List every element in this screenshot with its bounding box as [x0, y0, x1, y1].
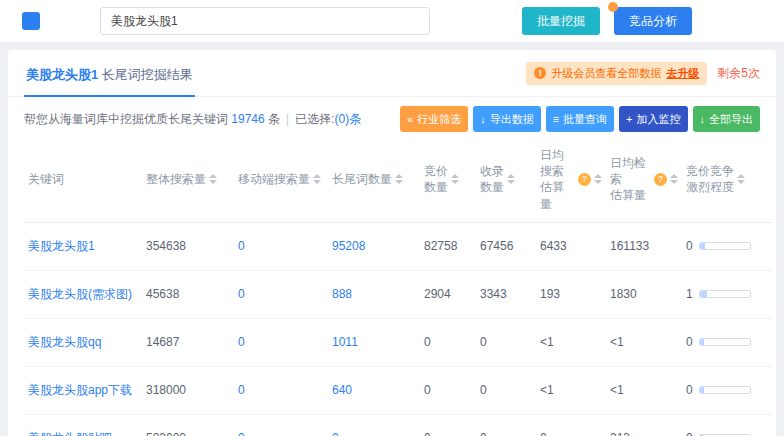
cell-compete: 0	[686, 239, 693, 253]
batch-query-button[interactable]: ≡ 批量查询	[546, 106, 614, 132]
summary-text: 帮您从海量词库中挖掘优质长尾关键词	[24, 112, 231, 126]
upgrade-link[interactable]: 去升级	[666, 66, 699, 81]
cell-mobile[interactable]: 0	[238, 431, 245, 436]
sort-icon[interactable]	[737, 174, 745, 184]
table-header-row: 关键词整体搜索量移动端搜索量长尾词数量竞价数量收录数量日均搜索估算量?日均检索估…	[24, 141, 772, 222]
competition-bar	[699, 242, 751, 250]
column-header: 关键词	[24, 141, 142, 222]
cell-overall: 14687	[146, 335, 179, 349]
table-row: 美股龙头股qq146870101100<1<10	[24, 318, 772, 366]
sort-icon[interactable]	[313, 174, 321, 184]
add-monitor-label: 加入监控	[637, 112, 681, 127]
sort-icon[interactable]	[395, 174, 403, 184]
help-icon[interactable]: ?	[578, 173, 591, 186]
cell-bid: 0	[424, 383, 431, 397]
cell-daily_search: <1	[540, 335, 554, 349]
cell-compete: 0	[686, 335, 693, 349]
cell-mobile[interactable]: 0	[238, 335, 245, 349]
cell-daily_retrieve: 313	[610, 431, 630, 436]
filter-icon: «	[407, 114, 413, 125]
cell-index: 0	[480, 383, 487, 397]
remaining-quota-text: 剩余5次	[717, 65, 760, 82]
cell-compete: 1	[686, 287, 693, 301]
cell-index: 0	[480, 431, 487, 436]
promo-area: ! 升级会员查看全部数据 去升级 剩余5次	[526, 62, 760, 93]
column-header[interactable]: 收录数量	[476, 141, 536, 222]
alert-icon: !	[534, 67, 546, 79]
help-icon[interactable]: ?	[654, 173, 667, 186]
selected-label: 已选择:	[295, 112, 334, 126]
cell-daily_search: 193	[540, 287, 560, 301]
sort-icon[interactable]	[594, 174, 602, 184]
tab-label: 长尾词挖掘结果	[98, 67, 193, 82]
export-data-button[interactable]: ↓ 导出数据	[473, 106, 541, 132]
cell-longtail[interactable]: 1011	[332, 335, 358, 349]
selected-count[interactable]: (0)条	[335, 112, 362, 126]
cell-mobile[interactable]: 0	[238, 239, 245, 253]
industry-filter-button[interactable]: « 行业筛选	[400, 106, 468, 132]
compare-button-wrap: 竞品分析	[614, 7, 692, 35]
cell-longtail[interactable]: 0	[332, 431, 339, 436]
sort-icon[interactable]	[451, 174, 459, 184]
export-data-label: 导出数据	[490, 112, 534, 127]
keyword-link[interactable]: 美股龙头股(需求图)	[28, 287, 132, 301]
cell-bid: 0	[424, 431, 431, 436]
result-count[interactable]: 19746	[231, 112, 264, 126]
tab-keyword-highlight: 美股龙头股1	[26, 67, 98, 82]
column-header[interactable]: 长尾词数量	[328, 141, 420, 222]
new-badge-icon	[608, 2, 618, 12]
cell-mobile[interactable]: 0	[238, 383, 245, 397]
column-header[interactable]: 日均检索估算量?	[606, 141, 682, 222]
cell-bid: 82758	[424, 239, 457, 253]
download-all-icon: ↓	[700, 114, 706, 125]
cell-bid: 2904	[424, 287, 451, 301]
toolbar-buttons: « 行业筛选 ↓ 导出数据 ≡ 批量查询 + 加入监控 ↓ 全部导出	[400, 106, 760, 132]
column-header[interactable]: 竞价竞争激烈程度	[682, 141, 772, 222]
cell-longtail[interactable]: 888	[332, 287, 352, 301]
table-row: 美股龙头股1354638095208827586745664331611330	[24, 222, 772, 270]
competition-bar	[699, 290, 751, 298]
add-monitor-button[interactable]: + 加入监控	[619, 106, 687, 132]
cell-longtail[interactable]: 640	[332, 383, 352, 397]
sort-icon[interactable]	[507, 174, 515, 184]
cell-longtail[interactable]: 95208	[332, 239, 365, 253]
batch-query-label: 批量查询	[563, 112, 607, 127]
column-header[interactable]: 竞价数量	[420, 141, 476, 222]
cell-overall: 318000	[146, 383, 186, 397]
keyword-link[interactable]: 美股龙头股1	[28, 239, 95, 253]
table-row: 美股龙头股贴吧503000000003130	[24, 414, 772, 436]
table-body: 美股龙头股1354638095208827586745664331611330美…	[24, 222, 772, 436]
cell-daily_retrieve: <1	[610, 383, 624, 397]
keyword-link[interactable]: 美股龙头股app下载	[28, 383, 132, 397]
plus-icon: +	[626, 114, 632, 125]
upgrade-banner[interactable]: ! 升级会员查看全部数据 去升级	[526, 62, 707, 85]
keyword-input[interactable]	[100, 7, 430, 35]
cell-daily_search: 0	[540, 431, 547, 436]
card-header: 美股龙头股1 长尾词挖掘结果 ! 升级会员查看全部数据 去升级 剩余5次	[8, 50, 776, 97]
cell-bid: 0	[424, 335, 431, 349]
toolbar: 帮您从海量词库中挖掘优质长尾关键词 19746 条|已选择:(0)条 « 行业筛…	[8, 97, 776, 141]
column-header[interactable]: 整体搜索量	[142, 141, 234, 222]
tab-longtail-results[interactable]: 美股龙头股1 长尾词挖掘结果	[24, 58, 195, 97]
cell-compete: 0	[686, 431, 693, 436]
table-row: 美股龙头股(需求图)4563808882904334319318301	[24, 270, 772, 318]
sort-icon[interactable]	[670, 174, 678, 184]
list-icon: ≡	[553, 114, 559, 125]
export-all-label: 全部导出	[709, 112, 753, 127]
cell-mobile[interactable]: 0	[238, 287, 245, 301]
cell-index: 67456	[480, 239, 513, 253]
topbar: 批量挖掘 竞品分析	[0, 0, 784, 42]
export-all-button[interactable]: ↓ 全部导出	[693, 106, 761, 132]
keyword-link[interactable]: 美股龙头股贴吧	[28, 431, 112, 436]
sort-icon[interactable]	[209, 174, 217, 184]
cell-daily_retrieve: 161133	[610, 239, 649, 253]
column-header[interactable]: 移动端搜索量	[234, 141, 328, 222]
cell-daily_search: 6433	[540, 239, 567, 253]
keyword-link[interactable]: 美股龙头股qq	[28, 335, 101, 349]
competitor-analysis-button[interactable]: 竞品分析	[614, 7, 692, 35]
cell-index: 3343	[480, 287, 507, 301]
batch-mine-button[interactable]: 批量挖掘	[522, 7, 600, 35]
topbar-buttons: 批量挖掘 竞品分析	[522, 7, 692, 35]
column-header[interactable]: 日均搜索估算量?	[536, 141, 606, 222]
cell-overall: 45638	[146, 287, 179, 301]
